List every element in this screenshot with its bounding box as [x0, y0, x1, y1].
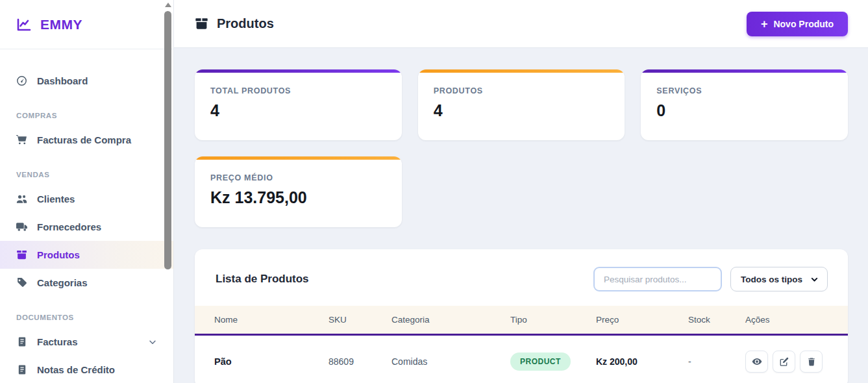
stat-card-produtos: PRODUTOS 4: [418, 69, 625, 140]
stat-value: 4: [210, 101, 386, 120]
sidebar-item-notas-de-credito[interactable]: Notas de Crédito: [0, 356, 173, 383]
table-card-header: Lista de Produtos Todos os tipos: [195, 249, 848, 306]
sidebar-item-label: Facturas de Compra: [37, 134, 131, 145]
plus-icon: +: [761, 19, 768, 29]
sidebar-item-label: Produtos: [37, 249, 80, 260]
stat-value: 0: [656, 101, 832, 120]
logo-text: EMMY: [40, 17, 82, 32]
delete-button[interactable]: [800, 351, 823, 373]
box-icon: [195, 17, 208, 31]
table-controls: Todos os tipos: [593, 267, 828, 291]
pencil-square-icon: [779, 357, 789, 367]
section-label-vendas: VENDAS: [16, 171, 157, 179]
column-header-tipo[interactable]: Tipo: [500, 306, 586, 335]
new-product-button[interactable]: + Novo Produto: [747, 12, 848, 36]
sidebar-item-fornecedores[interactable]: Fornecedores: [0, 213, 173, 241]
cart-icon: [16, 134, 27, 145]
edit-button[interactable]: [773, 351, 795, 373]
stat-card-total-produtos: TOTAL PRODUTOS 4: [195, 69, 402, 140]
stat-label: SERVIÇOS: [656, 86, 832, 95]
cell-preco: Kz 200,00: [586, 335, 678, 383]
stat-value: 4: [434, 101, 610, 120]
type-filter-selected-value: Todos os tipos: [741, 275, 802, 284]
scrollbar-up-arrow-icon[interactable]: [165, 3, 171, 7]
sidebar-item-categorias[interactable]: Categorias: [0, 269, 173, 297]
speedometer-icon: [16, 75, 27, 86]
stat-value: Kz 13.795,00: [210, 188, 386, 207]
stat-label: PREÇO MÉDIO: [210, 173, 386, 182]
sidebar-item-dashboard[interactable]: Dashboard: [0, 67, 173, 95]
box-icon: [16, 249, 27, 260]
sidebar-item-facturas-de-compra[interactable]: Facturas de Compra: [0, 126, 173, 154]
page-title-wrap: Produtos: [195, 16, 274, 31]
sidebar-item-label: Dashboard: [37, 75, 88, 86]
eye-icon: [752, 356, 762, 367]
column-header-nome[interactable]: Nome: [195, 306, 318, 335]
stat-card-preco-medio: PREÇO MÉDIO Kz 13.795,00: [195, 156, 402, 227]
new-product-button-label: Novo Produto: [773, 19, 834, 29]
table-row: Pão 88609 Comidas PRODUCT Kz 200,00 -: [195, 335, 848, 383]
sidebar-scrollbar[interactable]: [164, 0, 172, 383]
sidebar-item-label: Notas de Crédito: [37, 364, 115, 375]
sidebar-item-facturas[interactable]: Facturas: [0, 328, 173, 356]
cell-sku: 88609: [318, 335, 381, 383]
topbar: Produtos + Novo Produto: [174, 0, 868, 48]
scrollbar-thumb[interactable]: [164, 11, 171, 269]
stat-card-servicos: SERVIÇOS 0: [641, 69, 848, 140]
chevron-down-icon: [810, 275, 819, 284]
main-area: Produtos + Novo Produto TOTAL PRODUTOS 4…: [174, 0, 868, 383]
section-label-compras: COMPRAS: [16, 112, 157, 119]
sidebar-item-clientes[interactable]: Clientes: [0, 185, 173, 213]
type-filter-select[interactable]: Todos os tipos: [730, 267, 828, 291]
products-table-card: Lista de Produtos Todos os tipos Nome: [195, 249, 848, 383]
content: TOTAL PRODUTOS 4 PRODUTOS 4 SERVIÇOS 0: [174, 48, 868, 383]
file-text-icon: [16, 364, 27, 375]
column-header-preco[interactable]: Preço: [586, 306, 678, 335]
sidebar-item-label: Facturas: [37, 336, 78, 347]
file-text-icon: [16, 336, 27, 347]
sidebar-item-label: Categorias: [37, 277, 88, 288]
sidebar: EMMY Dashboard COMPRAS Facturas de Compr…: [0, 0, 174, 383]
search-input[interactable]: [593, 267, 722, 291]
truck-icon: [16, 221, 27, 232]
people-icon: [16, 193, 27, 204]
section-label-documentos: DOCUMENTOS: [16, 314, 157, 321]
column-header-sku[interactable]: SKU: [318, 306, 381, 335]
sidebar-item-label: Clientes: [37, 193, 75, 204]
sidebar-item-produtos[interactable]: Produtos: [0, 241, 173, 269]
view-button[interactable]: [745, 351, 768, 373]
stat-label: PRODUTOS: [434, 86, 610, 95]
column-header-categoria[interactable]: Categoria: [381, 306, 500, 335]
cell-acoes: [735, 335, 848, 383]
cell-stock: -: [678, 335, 735, 383]
column-header-acoes[interactable]: Ações: [735, 306, 848, 335]
chevron-down-icon: [148, 338, 157, 347]
table-title: Lista de Produtos: [216, 273, 309, 286]
column-header-stock[interactable]: Stock: [678, 306, 735, 335]
stats-grid: TOTAL PRODUTOS 4 PRODUTOS 4 SERVIÇOS 0: [195, 69, 848, 227]
products-table: Nome SKU Categoria Tipo Preço Stock Açõe…: [195, 306, 848, 383]
table-header-row: Nome SKU Categoria Tipo Preço Stock Açõe…: [195, 306, 848, 335]
cell-nome: Pão: [195, 335, 318, 383]
logo[interactable]: EMMY: [0, 0, 173, 49]
stat-label: TOTAL PRODUTOS: [210, 86, 386, 95]
page-title: Produtos: [217, 16, 274, 31]
cell-categoria: Comidas: [381, 335, 500, 383]
tag-icon: [16, 277, 27, 288]
chart-line-logo-icon: [16, 17, 32, 32]
cell-tipo: PRODUCT: [500, 335, 586, 383]
sidebar-nav: Dashboard COMPRAS Facturas de Compra VEN…: [0, 49, 173, 383]
product-type-badge: PRODUCT: [510, 352, 571, 371]
trash-icon: [807, 357, 816, 367]
sidebar-item-label: Fornecedores: [37, 221, 101, 232]
